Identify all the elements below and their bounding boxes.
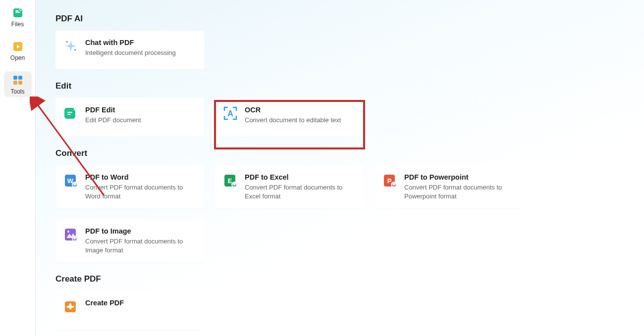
sparkle-icon <box>63 39 78 53</box>
card-title: OCR <box>245 106 341 114</box>
card-title: PDF to Image <box>85 227 196 235</box>
card-desc: Convert PDF format documents to Word for… <box>85 183 196 200</box>
card-text: PDF to Word Convert PDF format documents… <box>85 173 196 200</box>
svg-rect-8 <box>18 76 22 80</box>
svg-point-25 <box>391 182 397 188</box>
word-icon: W <box>63 173 78 188</box>
card-text: OCR Convert document to editable text <box>245 106 341 125</box>
sidebar-item-label: Open <box>10 54 25 61</box>
card-title: PDF Edit <box>85 106 141 114</box>
card-text: PDF Edit Edit PDF document <box>85 106 141 125</box>
card-title: PDF to Powerpoint <box>404 173 515 181</box>
card-title: PDF to Excel <box>245 173 356 181</box>
chat-with-pdf-card[interactable]: Chat with PDF Intelligent document proce… <box>55 31 204 69</box>
card-title: Chat with PDF <box>85 39 176 47</box>
powerpoint-icon: P <box>382 173 397 188</box>
pdf-to-powerpoint-card[interactable]: P PDF to Powerpoint Convert PDF format d… <box>375 165 523 208</box>
card-desc: Convert PDF format documents to Image fo… <box>85 237 196 254</box>
card-desc: Convert PDF format documents to Excel fo… <box>245 183 356 200</box>
create-pdf-card[interactable]: Create PDF <box>55 291 204 330</box>
sidebar-item-files[interactable]: Files <box>4 4 32 30</box>
pdf-to-image-card[interactable]: PDF to Image Convert PDF format document… <box>55 219 204 262</box>
create-pdf-icon <box>63 299 78 314</box>
sidebar-item-open[interactable]: Open <box>4 38 32 63</box>
card-desc: Edit PDF document <box>85 116 141 125</box>
sidebar: Files Open Tools <box>0 0 36 336</box>
convert-row: W PDF to Word Convert PDF format documen… <box>55 165 624 262</box>
card-desc: Convert PDF format documents to Powerpoi… <box>404 183 515 200</box>
svg-point-11 <box>66 41 68 43</box>
svg-rect-13 <box>64 108 75 119</box>
card-title: PDF to Word <box>85 173 196 181</box>
pdf-edit-card[interactable]: PDF Edit Edit PDF document <box>55 98 204 137</box>
sidebar-item-label: Files <box>11 21 24 28</box>
section-title-create: Create PDF <box>55 274 624 284</box>
card-text: PDF to Powerpoint Convert PDF format doc… <box>404 173 515 200</box>
svg-rect-10 <box>18 81 22 85</box>
sidebar-item-tools[interactable]: Tools <box>4 71 32 97</box>
svg-rect-7 <box>13 76 17 80</box>
svg-point-28 <box>67 231 69 233</box>
svg-rect-2 <box>15 10 19 11</box>
open-icon <box>12 41 24 52</box>
tools-icon <box>12 74 24 86</box>
svg-point-22 <box>231 182 237 188</box>
card-text: PDF to Image Convert PDF format document… <box>85 227 196 254</box>
svg-point-19 <box>72 182 78 188</box>
card-text: Chat with PDF Intelligent document proce… <box>85 39 176 57</box>
create-row: Create PDF <box>55 291 624 330</box>
image-icon <box>63 227 78 242</box>
pdf-ai-row: Chat with PDF Intelligent document proce… <box>55 31 624 69</box>
edit-row: PDF Edit Edit PDF document A OCR Convert… <box>55 98 624 137</box>
card-title: Create PDF <box>85 299 124 307</box>
pdf-to-excel-card[interactable]: E PDF to Excel Convert PDF format docume… <box>215 165 364 208</box>
card-desc: Convert document to editable text <box>245 116 341 125</box>
section-title-pdf-ai: PDF AI <box>55 14 624 24</box>
svg-point-29 <box>72 236 78 241</box>
ocr-icon: A <box>223 106 238 121</box>
card-desc: Intelligent document processing <box>85 48 176 57</box>
svg-text:P: P <box>387 177 392 185</box>
svg-text:E: E <box>228 177 232 185</box>
pdf-to-word-card[interactable]: W PDF to Word Convert PDF format documen… <box>55 165 204 208</box>
sidebar-item-label: Tools <box>10 88 24 95</box>
svg-rect-1 <box>15 12 20 13</box>
svg-point-12 <box>74 49 76 50</box>
section-title-convert: Convert <box>55 148 624 158</box>
files-icon <box>12 7 24 19</box>
svg-point-4 <box>20 8 22 10</box>
section-title-edit: Edit <box>55 81 624 91</box>
card-text: PDF to Excel Convert PDF format document… <box>245 173 356 200</box>
main-content: PDF AI Chat with PDF Intelligent documen… <box>36 0 644 336</box>
pdf-edit-icon <box>63 106 78 121</box>
excel-icon: E <box>223 173 238 188</box>
svg-rect-15 <box>67 114 71 115</box>
svg-rect-32 <box>67 306 74 308</box>
svg-text:A: A <box>227 109 233 118</box>
svg-rect-9 <box>13 81 17 85</box>
svg-rect-14 <box>67 112 72 113</box>
ocr-card[interactable]: A OCR Convert document to editable text <box>215 98 364 137</box>
card-text: Create PDF <box>85 299 124 307</box>
